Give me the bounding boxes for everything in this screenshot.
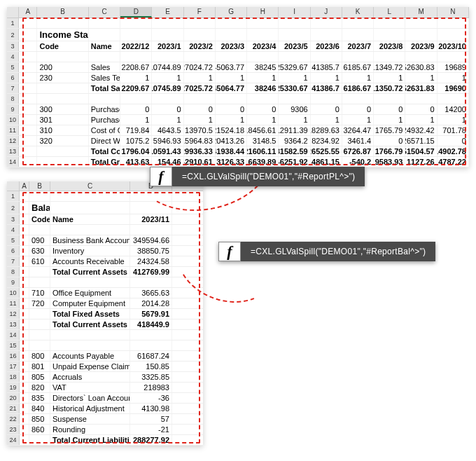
cell[interactable] — [130, 191, 172, 201]
cell[interactable] — [130, 202, 172, 214]
col-header-C[interactable]: C — [50, 181, 130, 191]
cell[interactable] — [50, 202, 130, 214]
value-cell[interactable]: 3665.63 — [130, 288, 172, 298]
value-cell[interactable]: 1 — [216, 73, 247, 83]
cell[interactable] — [19, 73, 38, 83]
row-header[interactable]: 8 — [7, 94, 19, 104]
value-cell[interactable]: 18289.63 — [311, 125, 342, 135]
sheet-title[interactable]: Income Statement — [37, 29, 88, 41]
value-cell[interactable]: 24932.42 — [405, 125, 437, 135]
code-cell[interactable]: 310 — [37, 125, 88, 135]
value-cell[interactable]: 6186.67 — [342, 83, 374, 93]
cell[interactable] — [374, 18, 405, 28]
cell[interactable] — [247, 18, 279, 28]
cell[interactable] — [130, 330, 172, 340]
header-period[interactable]: 2023/10 — [438, 41, 469, 51]
value-cell[interactable]: 6726.87 — [342, 146, 374, 156]
value-cell[interactable]: 418449.9 — [130, 319, 172, 329]
col-header-J[interactable]: J — [311, 7, 342, 18]
value-cell[interactable]: 20413.26 — [216, 136, 247, 146]
header-period[interactable]: 2023/6 — [311, 41, 342, 51]
col-header-I[interactable]: I — [279, 7, 310, 18]
value-cell[interactable]: 719.84 — [120, 125, 152, 135]
name-cell[interactable]: Inventory — [50, 246, 130, 256]
row-header[interactable]: 14 — [7, 157, 19, 167]
cell[interactable] — [19, 52, 38, 62]
code-cell[interactable]: 710 — [29, 288, 50, 298]
name-cell[interactable]: Business Bank Account — [50, 235, 130, 245]
cell[interactable] — [19, 115, 38, 125]
value-cell[interactable]: 38246 — [247, 83, 279, 93]
cell[interactable] — [184, 29, 216, 41]
value-cell[interactable]: 0 — [216, 104, 247, 114]
value-cell[interactable]: 38850.75 — [130, 246, 172, 256]
value-cell[interactable]: 0 — [184, 104, 216, 114]
value-cell[interactable]: 9306 — [279, 104, 310, 114]
name-cell[interactable]: Total Sales — [89, 83, 120, 93]
value-cell[interactable]: 10591.43 — [152, 146, 183, 156]
cell[interactable] — [19, 94, 38, 104]
value-cell[interactable]: 52631.83 — [405, 83, 437, 93]
value-cell[interactable]: 0 — [311, 104, 342, 114]
row-header[interactable]: 1 — [7, 18, 19, 28]
col-header-A[interactable]: A — [19, 7, 37, 18]
cell[interactable] — [19, 157, 38, 167]
cell[interactable] — [120, 52, 152, 62]
cell[interactable] — [37, 18, 88, 28]
header-period[interactable]: 2023/7 — [342, 41, 374, 51]
value-cell[interactable]: 6185.67 — [342, 62, 374, 72]
row-header[interactable]: 13 — [7, 319, 20, 329]
cell[interactable] — [311, 29, 342, 41]
row-header[interactable]: 16 — [7, 351, 20, 361]
cell[interactable] — [19, 18, 38, 28]
cell[interactable] — [50, 191, 130, 201]
row-header[interactable]: 2 — [7, 202, 20, 214]
value-cell[interactable]: 1 — [374, 73, 405, 83]
row-header[interactable]: 14 — [7, 330, 20, 340]
name-cell[interactable]: VAT — [50, 383, 130, 392]
value-cell[interactable]: 218983 — [130, 383, 172, 392]
value-cell[interactable]: 1075.2 — [120, 136, 152, 146]
cell[interactable] — [184, 94, 216, 104]
cell[interactable] — [20, 414, 29, 424]
value-cell[interactable]: 38245 — [247, 62, 279, 72]
cell[interactable] — [19, 62, 38, 72]
col-header-K[interactable]: K — [342, 7, 374, 18]
row-header[interactable]: 6 — [7, 73, 19, 83]
name-cell[interactable]: Accruals — [50, 372, 130, 382]
cell[interactable] — [438, 18, 469, 28]
value-cell[interactable]: 3126.33 — [216, 157, 247, 167]
value-cell[interactable]: 1 — [405, 115, 437, 125]
cell[interactable] — [120, 94, 152, 104]
cell[interactable] — [342, 52, 374, 62]
name-cell[interactable]: Purchases — [89, 104, 120, 114]
value-cell[interactable]: 26525.55 — [311, 146, 342, 156]
cell[interactable] — [152, 94, 183, 104]
value-cell[interactable]: 4787.22 — [438, 157, 469, 167]
value-cell[interactable]: 288277.92 — [130, 435, 172, 445]
value-cell[interactable]: 19690 — [438, 83, 469, 93]
cell[interactable] — [20, 191, 29, 201]
value-cell[interactable]: 0 — [405, 104, 437, 114]
value-cell[interactable]: 18456.61 — [247, 125, 279, 135]
value-cell[interactable]: 25330.67 — [279, 83, 310, 93]
value-cell[interactable]: 1765.79 — [374, 125, 405, 135]
value-cell[interactable]: 1 — [184, 115, 216, 125]
code-cell[interactable]: 090 — [29, 235, 50, 245]
cell[interactable] — [130, 277, 172, 287]
cell[interactable] — [20, 202, 29, 214]
value-cell[interactable]: -6251.92 — [279, 157, 310, 167]
value-cell[interactable]: 1 — [247, 73, 279, 83]
value-cell[interactable]: 9364.2 — [279, 136, 310, 146]
name-cell[interactable]: Total Costs — [89, 146, 120, 156]
cell[interactable] — [19, 146, 38, 156]
cell[interactable] — [29, 340, 50, 350]
row-header[interactable]: 10 — [7, 288, 20, 298]
code-cell[interactable]: 720 — [29, 298, 50, 308]
cell[interactable] — [19, 41, 38, 51]
value-cell[interactable]: 15964.83 — [184, 136, 216, 146]
cell[interactable] — [19, 104, 38, 114]
cell[interactable] — [29, 277, 50, 287]
name-cell[interactable]: Accounts Receivable — [50, 256, 130, 266]
cell[interactable] — [50, 225, 130, 235]
